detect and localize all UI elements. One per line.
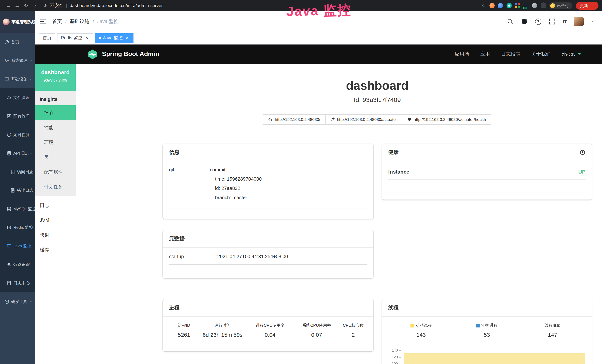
legend-value: 147 xyxy=(520,332,585,338)
sidebar-item-log-center[interactable]: 日志中心 xyxy=(0,274,35,292)
cloud-icon xyxy=(7,95,11,100)
sba-item-details[interactable]: 细节 xyxy=(35,105,76,120)
sidebar-item-infrastructure[interactable]: 基础设施 xyxy=(0,70,35,88)
extension-icon-4[interactable] xyxy=(515,3,520,8)
sidebar-item-config-mgmt[interactable]: 配置管理 xyxy=(0,107,35,125)
extension-icon-2[interactable] xyxy=(498,3,503,8)
active-threads-swatch xyxy=(410,324,414,327)
chevron-down-icon xyxy=(30,59,33,62)
sba-item-mappings[interactable]: 映射 xyxy=(35,228,76,243)
sba-nav-wallboard[interactable]: 应用墙 xyxy=(455,51,469,57)
sba-item-jvm[interactable]: JVM xyxy=(35,213,76,228)
tab-close-icon[interactable]: × xyxy=(84,35,89,41)
sidebar-item-home[interactable]: 首页 xyxy=(0,33,35,51)
extension-icon-5[interactable]: on xyxy=(524,3,529,8)
help-icon[interactable]: ? xyxy=(535,18,541,25)
fullscreen-icon[interactable] xyxy=(548,18,555,25)
git-commit-line: commit: xyxy=(210,165,262,174)
sba-nav-journal[interactable]: 日志报表 xyxy=(501,51,520,57)
sidebar-item-dev-tools[interactable]: 研发工具 xyxy=(0,292,35,311)
screen: ← → ↻ ⌂ ⚠ 不安全 | dashboard.yudao.iocoder.… xyxy=(0,0,602,364)
sidebar-item-label: 研发工具 xyxy=(11,299,27,304)
breadc rumb-separator: / xyxy=(93,19,94,24)
sidebar-item-error-logs[interactable]: 错误日志 xyxy=(0,181,35,200)
sba-nav-applications[interactable]: 应用 xyxy=(480,51,490,57)
tab-home[interactable]: 首页 xyxy=(39,33,55,43)
sidebar-item-label: Java 监控 xyxy=(13,243,31,249)
user-avatar[interactable] xyxy=(574,17,584,26)
legend-label: 线程峰值 xyxy=(545,323,561,328)
legend-value: 143 xyxy=(388,332,454,338)
extensions-puzzle-icon[interactable] xyxy=(541,3,546,8)
browser-back-icon[interactable]: ← xyxy=(4,3,13,9)
bookmark-star-icon[interactable]: ☆ xyxy=(482,3,486,9)
tab-label: Java 监控 xyxy=(103,35,123,41)
threads-chart: 140 120 100 xyxy=(388,344,585,364)
sba-item-classes[interactable]: 类 xyxy=(35,150,76,165)
breadcrumb-infrastructure[interactable]: 基础设施 xyxy=(70,18,89,25)
extension-on-badge: on xyxy=(523,7,527,9)
app-logo[interactable]: 芋道管理系统 xyxy=(0,11,35,33)
spring-boot-admin-logo xyxy=(87,49,98,60)
sba-item-configprops[interactable]: 配置属性 xyxy=(35,165,76,180)
sba-item-logs[interactable]: 日志 xyxy=(35,198,76,213)
profile-chip[interactable]: 已暂停 xyxy=(549,2,572,9)
sba-nav-about[interactable]: 关于我们 xyxy=(531,51,551,57)
metadata-value: 2021-04-27T00:44:31.254+08:00 xyxy=(217,254,288,259)
legend-value: 53 xyxy=(454,332,520,338)
health-instance-label: Instance xyxy=(388,169,409,175)
home-icon xyxy=(268,117,273,122)
security-warning-icon: ⚠ xyxy=(44,3,47,8)
legend-daemon-threads: 守护进程 53 xyxy=(454,323,520,338)
threads-legend-row: 活动线程 143 守护进程 53 线程峰值 147 xyxy=(388,317,585,338)
info-value: commit: time: 1596289704000 id: 27aa832 … xyxy=(210,165,262,202)
language-label: zh-CN xyxy=(562,51,575,57)
browser-forward-icon[interactable]: → xyxy=(13,3,22,9)
browser-toolbar-right: ☆ on 已暂停 更新 ⋮ xyxy=(482,2,599,10)
github-icon[interactable] xyxy=(521,18,527,25)
doc-icon xyxy=(7,280,11,285)
sidebar-item-file-mgmt[interactable]: 文件管理 xyxy=(0,88,35,107)
health-instance-row[interactable]: Instance UP xyxy=(388,161,585,180)
spring-boot-admin: Spring Boot Admin 应用墙 应用 日志报表 关于我们 zh-CN… xyxy=(35,44,602,364)
instance-links: http://192.168.0.2:48080/ http://192.168… xyxy=(163,114,592,125)
tab-redis-monitor[interactable]: Redis 监控× xyxy=(57,33,93,43)
sidebar-item-label: 访问日志 xyxy=(17,169,33,174)
font-size-icon[interactable]: tT xyxy=(563,19,567,24)
sba-item-environment[interactable]: 环境 xyxy=(35,135,76,150)
instance-header[interactable]: dashboard 93a3fc7f7409 xyxy=(35,64,76,91)
extension-icon-1[interactable] xyxy=(489,3,495,8)
instance-name: dashboard xyxy=(35,69,76,75)
tab-java-monitor[interactable]: Java 监控× xyxy=(95,33,133,43)
sidebar-item-mysql-monitor[interactable]: MySQL 监控 xyxy=(0,200,35,218)
address-bar[interactable]: ⚠ 不安全 | dashboard.yudao.iocoder.cn/infra… xyxy=(44,2,163,9)
sba-item-scheduled-tasks[interactable]: 计划任务 xyxy=(35,180,76,194)
extension-icon-6[interactable] xyxy=(532,3,537,8)
browser-update-button[interactable]: 更新 ⋮ xyxy=(576,2,599,10)
instance-link-actuator[interactable]: http://192.168.0.2:48080/actuator xyxy=(325,114,402,125)
sidebar-item-scheduled-jobs[interactable]: 定时任务 xyxy=(0,125,35,144)
search-icon[interactable] xyxy=(507,18,513,25)
sidebar-item-access-logs[interactable]: 访问日志 xyxy=(0,162,35,181)
instance-link-url: http://192.168.0.2:48080/actuator/health xyxy=(414,117,486,122)
extension-icon-3[interactable] xyxy=(506,3,512,8)
sidebar-item-api-logs[interactable]: API 日志 xyxy=(0,144,35,162)
history-icon[interactable] xyxy=(580,150,585,155)
wrench-icon xyxy=(330,117,335,122)
sidebar-collapse-icon[interactable] xyxy=(40,18,46,25)
sba-item-caches[interactable]: 缓存 xyxy=(35,243,76,257)
breadcrumb-home[interactable]: 首页 xyxy=(52,18,62,25)
instance-link-health[interactable]: http://192.168.0.2:48080/actuator/health xyxy=(402,114,491,125)
sidebar-item-label: 基础设施 xyxy=(11,76,27,82)
browser-home-icon[interactable]: ⌂ xyxy=(30,3,39,9)
sidebar-item-system-mgmt[interactable]: 系统管理 xyxy=(0,51,35,70)
sba-item-performance[interactable]: 性能 xyxy=(35,120,76,135)
sidebar-item-tracing[interactable]: 链路追踪 xyxy=(0,255,35,274)
tab-close-icon[interactable]: × xyxy=(124,35,129,41)
sidebar-item-redis-monitor[interactable]: Redis 监控 xyxy=(0,218,35,237)
sidebar-item-java-monitor[interactable]: Java 监控 xyxy=(0,237,35,255)
sba-language-select[interactable]: zh-CN xyxy=(562,51,581,57)
browser-reload-icon[interactable]: ↻ xyxy=(22,3,30,9)
instance-link-root[interactable]: http://192.168.0.2:48080/ xyxy=(263,114,325,125)
browser-menu-kebab-icon[interactable]: ⋮ xyxy=(591,3,595,8)
